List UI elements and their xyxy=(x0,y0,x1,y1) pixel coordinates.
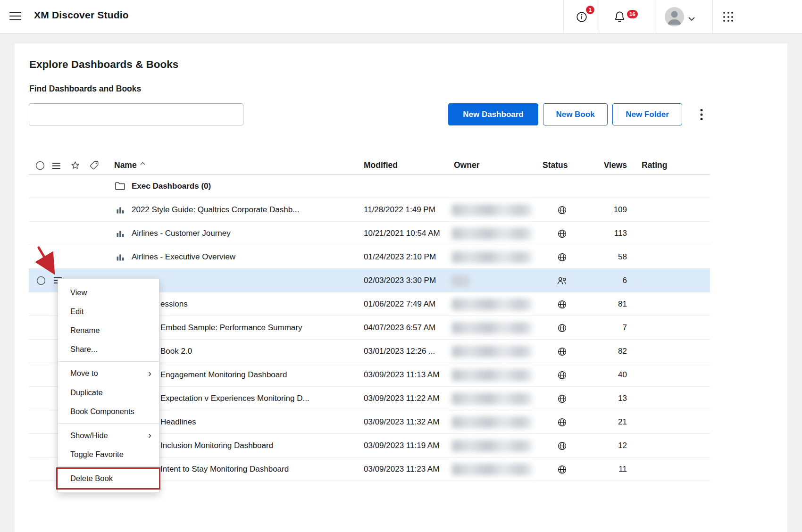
row-status xyxy=(552,222,572,245)
new-book-button[interactable]: New Book xyxy=(543,103,608,125)
column-header-views[interactable]: Views xyxy=(604,156,627,175)
more-options-button[interactable] xyxy=(694,104,709,125)
row-owner-redacted xyxy=(452,464,532,475)
info-badge: 1 xyxy=(586,6,594,14)
menu-item-label: Edit xyxy=(70,307,84,316)
chevron-right-icon: › xyxy=(148,429,151,441)
menu-item-label: Book Components xyxy=(70,407,134,416)
row-views: 113 xyxy=(614,222,627,245)
row-name: Airlines - Customer Journey xyxy=(132,222,231,245)
menu-item-view[interactable]: View xyxy=(58,283,159,302)
menu-item-delete-book[interactable]: Delete Book xyxy=(58,469,159,488)
sort-ascending-icon xyxy=(140,162,145,165)
row-modified: 03/09/2023 11:13 AM xyxy=(364,363,439,387)
row-status xyxy=(552,340,572,363)
user-avatar[interactable] xyxy=(665,7,684,26)
row-views: 7 xyxy=(623,316,627,340)
table-row[interactable]: Airlines - Customer Journey 10/21/2021 1… xyxy=(29,222,710,245)
row-status xyxy=(552,410,572,434)
menu-item-toggle-favorite[interactable]: Toggle Favorite xyxy=(58,445,159,464)
row-owner-redacted xyxy=(452,275,470,287)
row-status xyxy=(552,387,572,410)
row-views: 21 xyxy=(618,410,627,434)
column-header-rating[interactable]: Rating xyxy=(642,156,667,175)
public-status-icon xyxy=(557,465,567,474)
table-row[interactable]: 2022 Style Guide: Qualtrics Corporate Da… xyxy=(29,198,710,222)
row-owner-redacted xyxy=(452,369,532,381)
topbar-divider xyxy=(655,0,655,33)
row-views: 81 xyxy=(618,292,627,316)
row-owner-redacted xyxy=(452,346,532,357)
row-modified: 03/09/2023 11:22 AM xyxy=(364,387,439,410)
menu-item-share[interactable]: Share... xyxy=(58,340,159,359)
bell-icon[interactable] xyxy=(613,10,626,25)
public-status-icon xyxy=(557,229,567,239)
row-modified: 02/03/2023 3:30 PM xyxy=(364,269,436,292)
menu-item-book-components[interactable]: Book Components xyxy=(58,402,159,421)
chevron-right-icon: › xyxy=(148,367,151,379)
column-header-owner[interactable]: Owner xyxy=(454,156,479,175)
app-title: XM Discover Studio xyxy=(34,9,129,21)
menu-item-move-to[interactable]: Move to› xyxy=(58,364,159,383)
menu-item-label: Duplicate xyxy=(70,388,103,397)
info-icon[interactable] xyxy=(576,11,588,25)
new-folder-button[interactable]: New Folder xyxy=(612,103,682,125)
row-name: Intent to Stay Monitoring Dashboard xyxy=(160,457,289,481)
chevron-down-icon[interactable] xyxy=(688,15,695,23)
row-modified: 11/28/2022 1:49 PM xyxy=(364,198,435,222)
labels-filter-icon[interactable] xyxy=(89,160,99,173)
row-owner-redacted xyxy=(452,416,532,428)
public-status-icon xyxy=(557,370,567,380)
search-label: Find Dashboards and Books xyxy=(29,84,141,94)
table-row[interactable]: Airlines - Executive Overview 01/24/2023… xyxy=(29,245,710,269)
select-all-checkbox[interactable] xyxy=(35,161,45,173)
menu-item-show-hide[interactable]: Show/Hide› xyxy=(58,426,159,445)
row-modified: 03/09/2023 11:32 AM xyxy=(364,410,439,434)
bulk-menu-icon[interactable] xyxy=(52,162,61,172)
row-checkbox[interactable] xyxy=(36,276,46,288)
menu-divider xyxy=(58,361,159,362)
row-context-menu: ViewEditRenameShare...Move to›DuplicateB… xyxy=(58,278,159,493)
menu-item-edit[interactable]: Edit xyxy=(58,302,159,321)
menu-divider xyxy=(58,423,159,424)
row-status xyxy=(552,245,572,269)
row-status xyxy=(552,198,572,222)
row-name: 2022 Style Guide: Qualtrics Corporate Da… xyxy=(132,198,299,222)
dashboard-icon xyxy=(116,206,125,216)
dashboard-icon xyxy=(116,253,125,264)
row-views: 40 xyxy=(618,363,627,387)
row-views: 58 xyxy=(618,245,627,269)
menu-item-label: Move to xyxy=(70,369,98,378)
menu-item-duplicate[interactable]: Duplicate xyxy=(58,383,159,402)
row-owner-redacted xyxy=(452,251,532,263)
row-name: Expectation v Experiences Monitoring D..… xyxy=(160,387,309,410)
shared-status-icon xyxy=(557,276,568,285)
favorites-filter-icon[interactable] xyxy=(70,160,80,173)
row-modified: 03/09/2023 11:19 AM xyxy=(364,434,439,457)
public-status-icon xyxy=(557,417,567,427)
menu-item-label: Rename xyxy=(70,326,100,335)
menu-item-label: Toggle Favorite xyxy=(70,450,124,459)
row-modified: 04/07/2023 6:57 AM xyxy=(364,316,435,340)
column-header-name[interactable]: Name xyxy=(114,156,145,175)
global-nav-menu-icon[interactable] xyxy=(9,12,21,21)
menu-item-rename[interactable]: Rename xyxy=(58,321,159,340)
public-status-icon xyxy=(557,323,567,333)
column-header-name-label: Name xyxy=(114,160,137,170)
table-row[interactable]: Exec Dashboards (0) xyxy=(29,175,710,198)
app-switcher-icon[interactable] xyxy=(723,12,734,22)
row-owner-redacted xyxy=(452,228,532,240)
row-modified: 03/09/2023 11:23 AM xyxy=(364,457,439,481)
column-header-status[interactable]: Status xyxy=(543,156,568,175)
search-input[interactable] xyxy=(29,103,243,125)
row-name: Engagement Monitoring Dashboard xyxy=(160,363,287,387)
row-name: essions xyxy=(160,292,188,316)
new-dashboard-button[interactable]: New Dashboard xyxy=(448,103,538,125)
menu-item-label: Show/Hide xyxy=(70,431,108,440)
row-status xyxy=(552,363,572,387)
menu-item-label: Share... xyxy=(70,345,98,354)
row-name: Exec Dashboards (0) xyxy=(132,175,211,198)
row-status xyxy=(552,434,572,457)
column-header-modified[interactable]: Modified xyxy=(364,156,398,175)
row-status xyxy=(552,316,572,340)
